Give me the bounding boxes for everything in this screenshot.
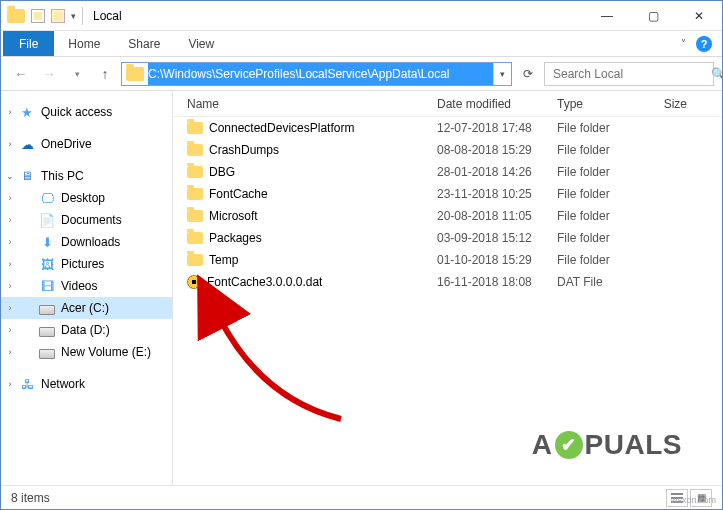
drive-icon xyxy=(39,349,55,359)
minimize-button[interactable]: — xyxy=(584,1,630,30)
nav-documents[interactable]: ›Documents xyxy=(1,209,172,231)
chevron-right-icon[interactable]: › xyxy=(5,139,15,149)
maximize-button[interactable]: ▢ xyxy=(630,1,676,30)
address-folder-icon xyxy=(126,67,144,81)
nav-back-icon[interactable]: ← xyxy=(9,62,33,86)
nav-this-pc[interactable]: ⌄ This PC xyxy=(1,165,172,187)
search-input[interactable] xyxy=(551,66,705,82)
file-type: File folder xyxy=(557,165,647,179)
nav-quick-access[interactable]: › Quick access xyxy=(1,101,172,123)
address-bar[interactable]: ▾ xyxy=(121,62,512,86)
dat-file-icon xyxy=(187,275,201,289)
drive-icon xyxy=(39,327,55,337)
nav-drive-e[interactable]: ›New Volume (E:) xyxy=(1,341,172,363)
nav-recent-chevron-icon[interactable]: ▾ xyxy=(65,62,89,86)
table-row[interactable]: Temp01-10-2018 15:29File folder xyxy=(173,249,722,271)
nav-label: Acer (C:) xyxy=(61,301,109,315)
table-row[interactable]: CrashDumps08-08-2018 15:29File folder xyxy=(173,139,722,161)
close-button[interactable]: ✕ xyxy=(676,1,722,30)
nav-label: Pictures xyxy=(61,257,104,271)
file-date: 08-08-2018 15:29 xyxy=(437,143,557,157)
folder-icon xyxy=(187,188,203,200)
file-date: 12-07-2018 17:48 xyxy=(437,121,557,135)
nav-label: Downloads xyxy=(61,235,120,249)
help-icon[interactable]: ? xyxy=(696,36,712,52)
chevron-right-icon[interactable]: › xyxy=(5,107,15,117)
cloud-icon xyxy=(19,136,35,152)
nav-label: Documents xyxy=(61,213,122,227)
file-type: File folder xyxy=(557,253,647,267)
qat-newfolder-icon[interactable] xyxy=(51,9,65,23)
qat-properties-icon[interactable] xyxy=(31,9,45,23)
file-date: 01-10-2018 15:29 xyxy=(437,253,557,267)
file-date: 20-08-2018 11:05 xyxy=(437,209,557,223)
qat-customize-chevron-icon[interactable]: ▾ xyxy=(71,11,76,21)
downloads-icon xyxy=(39,234,55,250)
star-icon xyxy=(19,104,35,120)
file-name: ConnectedDevicesPlatform xyxy=(209,121,354,135)
address-input[interactable] xyxy=(148,63,493,85)
nav-label: This PC xyxy=(41,169,84,183)
chevron-down-icon[interactable]: ⌄ xyxy=(5,171,15,181)
folder-icon xyxy=(187,144,203,156)
ribbon-expand-chevron-icon[interactable]: ˅ xyxy=(681,38,686,49)
file-date: 03-09-2018 15:12 xyxy=(437,231,557,245)
table-row[interactable]: ConnectedDevicesPlatform12-07-2018 17:48… xyxy=(173,117,722,139)
watermark-logo-icon: ✔ xyxy=(555,431,583,459)
table-row[interactable]: FontCache23-11-2018 10:25File folder xyxy=(173,183,722,205)
file-name: Packages xyxy=(209,231,262,245)
desktop-icon xyxy=(39,190,55,206)
search-box[interactable]: 🔍 xyxy=(544,62,714,86)
watermark-text: PUALS xyxy=(585,429,682,461)
folder-icon xyxy=(187,210,203,222)
file-type: DAT File xyxy=(557,275,647,289)
file-type: File folder xyxy=(557,121,647,135)
videos-icon xyxy=(39,278,55,294)
window-title: Local xyxy=(93,9,122,23)
tab-home[interactable]: Home xyxy=(54,31,114,56)
tab-view[interactable]: View xyxy=(174,31,228,56)
address-dropdown-chevron-icon[interactable]: ▾ xyxy=(493,63,511,85)
network-icon xyxy=(19,376,35,392)
file-list[interactable]: Name Date modified Type Size ConnectedDe… xyxy=(173,91,722,485)
nav-onedrive[interactable]: › OneDrive xyxy=(1,133,172,155)
nav-label: Network xyxy=(41,377,85,391)
col-name[interactable]: Name xyxy=(187,97,437,111)
pictures-icon xyxy=(39,256,55,272)
col-type[interactable]: Type xyxy=(557,97,647,111)
chevron-right-icon[interactable]: › xyxy=(5,379,15,389)
file-name: Microsoft xyxy=(209,209,258,223)
table-row[interactable]: Packages03-09-2018 15:12File folder xyxy=(173,227,722,249)
app-folder-icon xyxy=(7,9,25,23)
nav-drive-c[interactable]: ›Acer (C:) xyxy=(1,297,172,319)
nav-network[interactable]: › Network xyxy=(1,373,172,395)
nav-drive-d[interactable]: ›Data (D:) xyxy=(1,319,172,341)
nav-up-icon[interactable]: ↑ xyxy=(93,62,117,86)
refresh-icon[interactable]: ⟳ xyxy=(516,62,540,86)
col-date[interactable]: Date modified xyxy=(437,97,557,111)
file-date: 23-11-2018 10:25 xyxy=(437,187,557,201)
nav-label: Desktop xyxy=(61,191,105,205)
column-headers: Name Date modified Type Size xyxy=(173,91,722,117)
tab-file[interactable]: File xyxy=(3,31,54,56)
status-bar: 8 items ▦ xyxy=(1,485,722,509)
explorer-window: ▾ Local — ▢ ✕ File Home Share View ˅ ? ←… xyxy=(0,0,723,510)
nav-pane: › Quick access › OneDrive ⌄ This PC xyxy=(1,91,173,485)
nav-videos[interactable]: ›Videos xyxy=(1,275,172,297)
nav-downloads[interactable]: ›Downloads xyxy=(1,231,172,253)
tab-share[interactable]: Share xyxy=(114,31,174,56)
table-row[interactable]: Microsoft20-08-2018 11:05File folder xyxy=(173,205,722,227)
table-row[interactable]: DBG28-01-2018 14:26File folder xyxy=(173,161,722,183)
file-name: CrashDumps xyxy=(209,143,279,157)
nav-desktop[interactable]: ›Desktop xyxy=(1,187,172,209)
documents-icon xyxy=(39,212,55,228)
file-name: Temp xyxy=(209,253,238,267)
status-item-count: 8 items xyxy=(11,491,50,505)
file-name: FontCache xyxy=(209,187,268,201)
col-size[interactable]: Size xyxy=(647,97,687,111)
watermark-text: A xyxy=(532,429,553,461)
nav-pictures[interactable]: ›Pictures xyxy=(1,253,172,275)
nav-label: Videos xyxy=(61,279,97,293)
table-row[interactable]: FontCache3.0.0.0.dat16-11-2018 18:08DAT … xyxy=(173,271,722,293)
nav-label: Quick access xyxy=(41,105,112,119)
